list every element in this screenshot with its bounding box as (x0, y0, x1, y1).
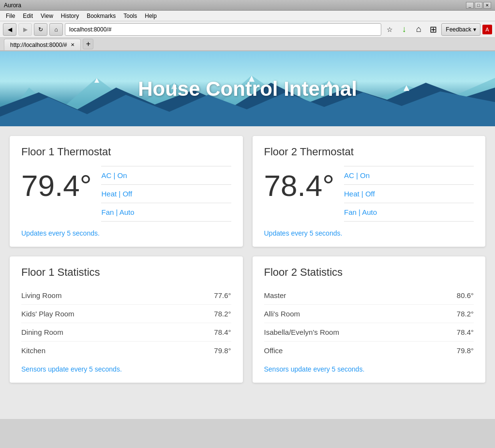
close-button[interactable]: ✕ (483, 2, 491, 9)
browser-title: Aurora (4, 2, 21, 9)
floor2-thermostat-title: Floor 2 Thermostat (264, 146, 474, 158)
floor1-update-text: Updates every 5 seconds. (21, 229, 231, 237)
floor2-thermostat-card: Floor 2 Thermostat 78.4° AC | On Heat | … (253, 136, 486, 247)
address-bar: ◀ ▶ ↻ ⌂ localhost:8000/# ☆ ↓ ⌂ ⊞ Feedbac… (0, 21, 495, 38)
menu-bookmarks[interactable]: Bookmarks (83, 12, 120, 20)
url-bar[interactable]: localhost:8000/# (65, 23, 381, 36)
table-row: Dining Room78.4° (21, 323, 231, 342)
floor1-thermostat-title: Floor 1 Thermostat (21, 146, 231, 158)
floor2-stats-card: Floor 2 Statistics Master80.6°Alli's Roo… (253, 256, 486, 383)
floor1-ac-control[interactable]: AC | On (101, 166, 231, 185)
floor1-sensors-text: Sensors update every 5 seconds. (21, 365, 231, 373)
content-grid: Floor 1 Thermostat 79.4° AC | On Heat | … (0, 126, 495, 392)
floor2-stats-list: Master80.6°Alli's Room78.2°Isabella/Evel… (264, 286, 474, 359)
room-temp: 77.6° (214, 291, 231, 299)
hero-banner: House Control Internal (0, 51, 495, 126)
floor1-controls: AC | On Heat | Off Fan | Auto (101, 166, 231, 222)
room-temp: 78.2° (214, 310, 231, 318)
url-text: localhost:8000/# (69, 26, 111, 33)
menu-help[interactable]: Help (141, 12, 161, 20)
menu-file[interactable]: File (2, 12, 19, 20)
room-name: Isabella/Evelyn's Room (264, 328, 339, 336)
floor2-fan-control[interactable]: Fan | Auto (344, 203, 474, 222)
reload-button[interactable]: ↻ (34, 23, 47, 36)
menu-view[interactable]: View (37, 12, 57, 20)
toolbar-right: ☆ ↓ ⌂ ⊞ Feedback ▾ A (383, 23, 492, 36)
room-temp: 78.2° (457, 310, 474, 318)
tab-label: http://localhost:8000/# (10, 42, 67, 48)
room-temp: 78.4° (457, 328, 474, 336)
feedback-button[interactable]: Feedback ▾ (441, 23, 480, 36)
tab-bar: http://localhost:8000/# ✕ + (0, 38, 495, 51)
room-name: Office (264, 346, 283, 355)
room-temp: 79.8° (457, 346, 474, 355)
forward-button[interactable]: ▶ (18, 23, 32, 36)
extension-icon[interactable]: A (482, 25, 492, 34)
table-row: Office79.8° (264, 342, 474, 359)
floor2-controls: AC | On Heat | Off Fan | Auto (344, 166, 474, 222)
minimize-button[interactable]: _ (466, 2, 474, 9)
floor2-sensors-text: Sensors update every 5 seconds. (264, 365, 474, 373)
room-name: Master (264, 291, 286, 299)
room-temp: 79.8° (214, 346, 231, 355)
floor1-heat-control[interactable]: Heat | Off (101, 185, 231, 203)
window-controls: _ □ ✕ (466, 2, 491, 9)
download-icon[interactable]: ↓ (398, 23, 410, 36)
room-temp: 80.6° (457, 291, 474, 299)
page-title: House Control Internal (138, 77, 357, 101)
apps-icon[interactable]: ⊞ (427, 23, 439, 36)
floor1-temp: 79.4° (21, 166, 91, 201)
feedback-label: Feedback (446, 26, 471, 33)
home-button[interactable]: ⌂ (49, 23, 63, 36)
table-row: Kitchen79.8° (21, 342, 231, 359)
bookmark-icon[interactable]: ☆ (383, 23, 396, 36)
browser-content: House Control Internal Floor 1 Thermosta… (0, 51, 495, 419)
menu-history[interactable]: History (57, 12, 83, 20)
floor2-stats-title: Floor 2 Statistics (264, 266, 474, 279)
menu-edit[interactable]: Edit (19, 12, 37, 20)
floor1-stats-title: Floor 1 Statistics (21, 266, 231, 279)
floor1-stats-card: Floor 1 Statistics Living Room77.6°Kids'… (10, 256, 243, 383)
menu-bar: File Edit View History Bookmarks Tools H… (0, 11, 495, 21)
table-row: Master80.6° (264, 286, 474, 305)
floor1-thermostat-body: 79.4° AC | On Heat | Off Fan | Auto (21, 166, 231, 222)
new-tab-button[interactable]: + (83, 39, 93, 49)
room-temp: 78.4° (214, 328, 231, 336)
home-icon[interactable]: ⌂ (412, 23, 425, 36)
floor2-thermostat-body: 78.4° AC | On Heat | Off Fan | Auto (264, 166, 474, 222)
room-name: Living Room (21, 291, 61, 299)
table-row: Living Room77.6° (21, 286, 231, 305)
title-bar: Aurora _ □ ✕ (0, 0, 495, 11)
room-name: Alli's Room (264, 310, 300, 318)
floor2-temp: 78.4° (264, 166, 334, 201)
floor2-heat-control[interactable]: Heat | Off (344, 185, 474, 203)
table-row: Isabella/Evelyn's Room78.4° (264, 323, 474, 342)
floor2-ac-control[interactable]: AC | On (344, 166, 474, 185)
table-row: Alli's Room78.2° (264, 305, 474, 323)
table-row: Kids' Play Room78.2° (21, 305, 231, 323)
feedback-dropdown-icon: ▾ (473, 26, 476, 33)
floor2-update-text: Updates every 5 seconds. (264, 229, 474, 237)
floor1-stats-list: Living Room77.6°Kids' Play Room78.2°Dini… (21, 286, 231, 359)
tab-close-icon[interactable]: ✕ (71, 42, 75, 47)
back-button[interactable]: ◀ (3, 23, 16, 36)
maximize-button[interactable]: □ (475, 2, 482, 9)
floor1-thermostat-card: Floor 1 Thermostat 79.4° AC | On Heat | … (10, 136, 243, 247)
menu-tools[interactable]: Tools (120, 12, 141, 20)
room-name: Kids' Play Room (21, 310, 75, 318)
room-name: Kitchen (21, 346, 45, 355)
room-name: Dining Room (21, 328, 63, 336)
floor1-fan-control[interactable]: Fan | Auto (101, 203, 231, 222)
active-tab[interactable]: http://localhost:8000/# ✕ (4, 39, 81, 50)
